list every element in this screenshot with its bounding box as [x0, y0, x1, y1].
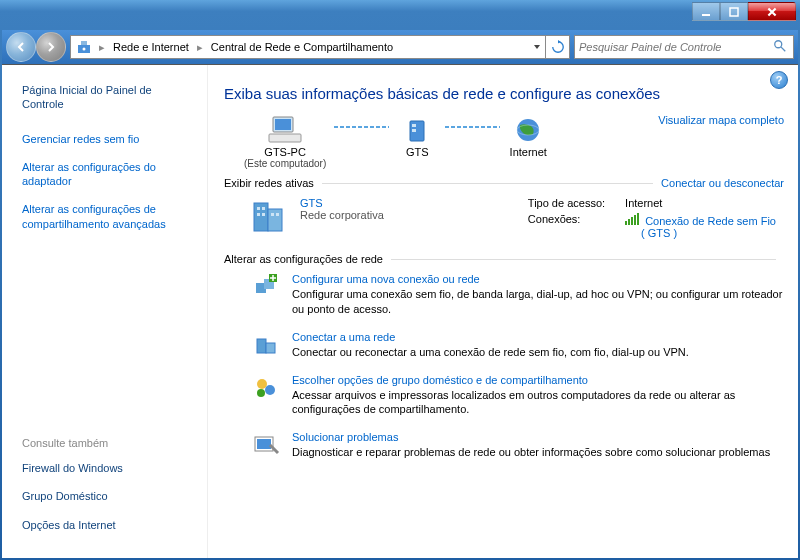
divider: [322, 183, 653, 184]
node-gateway[interactable]: GTS: [397, 114, 437, 169]
sidebar-link-adapter[interactable]: Alterar as configurações do adaptador: [22, 160, 195, 189]
footer-link-firewall[interactable]: Firewall do Windows: [22, 461, 195, 475]
server-icon: [397, 114, 437, 146]
task-link-new-connection[interactable]: Configurar uma nova conexão ou rede: [292, 273, 784, 285]
task-item: Conectar a uma rede Conectar ou reconect…: [252, 331, 784, 360]
task-link-homegroup[interactable]: Escolher opções de grupo doméstico e de …: [292, 374, 784, 386]
task-item: Escolher opções de grupo doméstico e de …: [252, 374, 784, 418]
node-internet[interactable]: Internet: [508, 114, 548, 169]
breadcrumb[interactable]: ▸ Rede e Internet ▸ Central de Rede e Co…: [70, 35, 546, 59]
connect-network-icon: [252, 331, 280, 359]
task-desc: Configurar uma conexão sem fio, de banda…: [292, 287, 784, 317]
node-sublabel: (Este computador): [244, 158, 326, 169]
svg-rect-8: [275, 119, 291, 130]
svg-rect-9: [269, 134, 301, 142]
svg-rect-16: [268, 209, 282, 231]
change-settings-heading: Alterar as configurações de rede: [224, 253, 383, 265]
svg-rect-19: [257, 213, 260, 216]
svg-rect-32: [257, 439, 271, 449]
svg-point-5: [775, 41, 782, 48]
page-title: Exiba suas informações básicas de rede e…: [224, 85, 784, 102]
svg-rect-1: [730, 8, 738, 16]
troubleshoot-icon: [252, 431, 280, 459]
titlebar[interactable]: [2, 2, 798, 30]
minimize-button[interactable]: [692, 2, 720, 21]
window-frame: ▸ Rede e Internet ▸ Central de Rede e Co…: [0, 0, 800, 560]
svg-point-28: [257, 379, 267, 389]
footer-link-internet-options[interactable]: Opções da Internet: [22, 518, 195, 532]
computer-icon: [265, 114, 305, 146]
search-box[interactable]: [574, 35, 794, 59]
back-button[interactable]: [6, 32, 36, 62]
svg-rect-0: [702, 14, 710, 16]
building-icon: [248, 197, 288, 235]
svg-rect-20: [262, 213, 265, 216]
divider: [391, 259, 776, 260]
sidebar-link-wireless[interactable]: Gerenciar redes sem fio: [22, 132, 195, 146]
svg-rect-21: [271, 213, 274, 216]
sidebar-home-link[interactable]: Página Inicial do Painel de Controle: [22, 83, 195, 112]
connection-link[interactable]: Conexão de Rede sem Fio ( GTS ): [625, 213, 776, 239]
close-button[interactable]: [748, 2, 796, 21]
svg-rect-22: [276, 213, 279, 216]
node-label: GTS-PC: [264, 146, 306, 158]
node-label: GTS: [406, 146, 429, 158]
main-pane: ? Exiba suas informações básicas de rede…: [207, 65, 798, 558]
breadcrumb-dropdown[interactable]: [527, 36, 545, 58]
task-item: Solucionar problemas Diagnosticar e repa…: [252, 431, 784, 460]
active-network-row: GTS Rede corporativa Tipo de acesso: Int…: [224, 189, 784, 245]
task-list: Configurar uma nova conexão ou rede Conf…: [224, 265, 784, 460]
access-type-value: Internet: [625, 197, 776, 209]
task-item: Configurar uma nova conexão ou rede Conf…: [252, 273, 784, 317]
map-connector-icon: [445, 126, 500, 128]
maximize-button[interactable]: [720, 2, 748, 21]
search-input[interactable]: [579, 41, 773, 53]
search-icon[interactable]: [773, 39, 789, 55]
see-also-heading: Consulte também: [22, 437, 195, 449]
task-desc: Diagnosticar e reparar problemas de rede…: [292, 445, 770, 460]
connect-disconnect-link[interactable]: Conectar ou desconectar: [661, 177, 784, 189]
svg-point-4: [83, 48, 86, 51]
svg-rect-17: [257, 207, 260, 210]
network-name-link[interactable]: GTS: [300, 197, 384, 209]
task-link-troubleshoot[interactable]: Solucionar problemas: [292, 431, 770, 443]
task-desc: Acessar arquivos e impressoras localizad…: [292, 388, 784, 418]
connections-label: Conexões:: [528, 213, 605, 239]
svg-line-6: [781, 47, 785, 51]
task-link-connect[interactable]: Conectar a uma rede: [292, 331, 689, 343]
homegroup-icon: [252, 374, 280, 402]
task-desc: Conectar ou reconectar a uma conexão de …: [292, 345, 689, 360]
active-networks-heading: Exibir redes ativas: [224, 177, 314, 189]
sidebar-link-sharing[interactable]: Alterar as configurações de compartilham…: [22, 202, 195, 231]
svg-rect-3: [81, 41, 87, 45]
map-connector-icon: [334, 126, 389, 128]
nav-toolbar: ▸ Rede e Internet ▸ Central de Rede e Co…: [2, 30, 798, 64]
network-type: Rede corporativa: [300, 209, 384, 221]
view-full-map-link[interactable]: Visualizar mapa completo: [658, 114, 784, 126]
access-type-label: Tipo de acesso:: [528, 197, 605, 209]
chevron-right-icon[interactable]: ▸: [195, 41, 205, 54]
svg-rect-15: [254, 203, 268, 231]
signal-icon: [625, 213, 639, 225]
new-connection-icon: [252, 273, 280, 301]
footer-link-homegroup[interactable]: Grupo Doméstico: [22, 489, 195, 503]
svg-rect-27: [266, 343, 275, 353]
network-map: Visualizar mapa completo GTS-PC (Este co…: [224, 114, 784, 169]
forward-button[interactable]: [36, 32, 66, 62]
breadcrumb-seg-2[interactable]: Central de Rede e Compartilhamento: [205, 36, 399, 58]
svg-rect-26: [257, 339, 266, 353]
svg-point-30: [257, 389, 265, 397]
globe-icon: [508, 114, 548, 146]
node-label: Internet: [510, 146, 547, 158]
svg-rect-11: [412, 124, 416, 127]
chevron-right-icon[interactable]: ▸: [97, 41, 107, 54]
svg-point-29: [265, 385, 275, 395]
svg-rect-12: [412, 129, 416, 132]
svg-rect-18: [262, 207, 265, 210]
node-computer[interactable]: GTS-PC (Este computador): [244, 114, 326, 169]
breadcrumb-seg-1[interactable]: Rede e Internet: [107, 36, 195, 58]
sidebar: Página Inicial do Painel de Controle Ger…: [2, 65, 207, 558]
help-icon[interactable]: ?: [770, 71, 788, 89]
control-panel-icon: [75, 38, 93, 56]
refresh-button[interactable]: [546, 35, 570, 59]
